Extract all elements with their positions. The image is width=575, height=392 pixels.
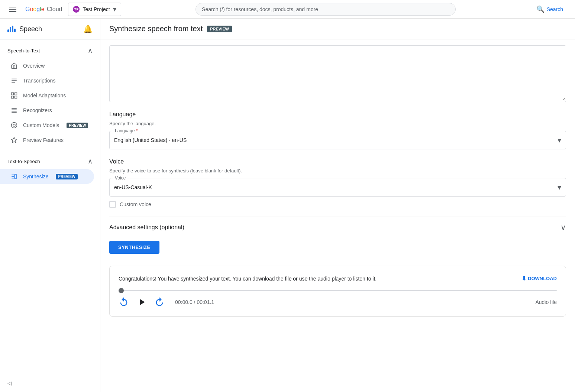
result-card: Congratulations! You have synthesized yo… [109,266,566,317]
language-select[interactable]: English (United States) - en-US ▾ [114,134,561,146]
play-button[interactable] [136,297,147,307]
sidebar-item-transcriptions[interactable]: Transcriptions [0,73,100,88]
content-header: Synthesize speech from text PREVIEW [100,19,575,39]
tts-section-chevron: ∧ [88,157,93,165]
language-dropdown-icon: ▾ [558,136,561,145]
model-adaptations-label: Model Adaptations [23,93,66,98]
rewind-button[interactable]: 5 [119,297,129,307]
language-section: Language Specify the language. Language … [109,111,566,149]
svg-rect-5 [12,96,14,98]
svg-rect-3 [12,93,14,95]
sidebar-app-title: Speech [19,25,42,33]
content-area: Synthesize speech from text PREVIEW Lang… [100,19,575,392]
download-link[interactable]: ⬇ DOWNLOAD [521,275,557,282]
transcriptions-icon [10,77,18,84]
sidebar-section-stt: Speech-to-Text ∧ Overview T [0,40,100,150]
voice-selected-value: en-US-Casual-K [114,184,152,190]
language-field[interactable]: Language * English (United States) - en-… [109,131,566,149]
svg-marker-13 [12,137,17,143]
page-title: Synthesize speech from text [109,25,203,33]
download-label: DOWNLOAD [528,276,557,281]
custom-voice-row: Custom voice [109,201,566,208]
voice-field[interactable]: Voice en-US-Casual-K ▾ [109,178,566,197]
custom-voice-checkbox[interactable] [109,201,116,208]
collapse-icon: ◁ [7,380,12,386]
search-icon: 🔍 [536,5,545,13]
main-layout: Speech 🔔 Speech-to-Text ∧ Overview [0,19,575,392]
required-marker: * [136,128,138,133]
search-button[interactable]: 🔍 Search [530,2,569,16]
sidebar-header: Speech 🔔 [0,19,100,40]
audio-scrubber[interactable] [119,290,557,291]
sidebar-item-custom-models[interactable]: Custom Models PREVIEW [0,118,100,133]
menu-icon[interactable] [6,4,19,15]
overview-label: Overview [23,63,45,69]
search-container[interactable] [196,3,456,16]
custom-voice-label: Custom voice [120,201,151,207]
logo-text: Google [25,6,45,13]
bell-icon[interactable]: 🔔 [83,25,93,33]
current-time: 00:00.0 [175,299,193,305]
sidebar: Speech 🔔 Speech-to-Text ∧ Overview [0,19,100,392]
sidebar-item-preview-features[interactable]: Preview Features [0,133,100,148]
total-time: 00:01.1 [197,299,214,305]
sidebar-item-recognizers[interactable]: Recognizers [0,103,100,118]
page-preview-tag: PREVIEW [207,26,232,32]
google-cloud-logo: Google Cloud [25,6,62,13]
sidebar-item-synthesize[interactable]: Synthesize PREVIEW [0,169,94,184]
sidebar-section-tts: Text-to-Speech ∧ Synthesize PREVIEW [0,150,100,187]
time-display: 00:00.0 / 00:01.1 [175,299,214,305]
svg-rect-4 [15,93,17,95]
preview-features-icon [10,136,18,144]
tts-section-title: Text-to-Speech [7,159,40,164]
advanced-settings-title: Advanced settings (optional) [109,224,184,231]
synthesize-label: Synthesize [23,174,48,179]
svg-rect-6 [15,96,17,98]
audio-player: 5 5 [119,290,557,307]
recognizers-icon [10,107,18,114]
sidebar-item-overview[interactable]: Overview [0,58,100,73]
synthesize-icon [10,173,18,180]
model-adaptations-icon [10,92,18,99]
search-input[interactable] [202,6,449,12]
language-section-title: Language [109,111,566,118]
project-selector[interactable]: TP Test Project ▾ [68,3,121,16]
custom-models-preview-badge: PREVIEW [67,123,88,128]
tts-section-header[interactable]: Text-to-Speech ∧ [0,153,100,169]
advanced-settings-section[interactable]: Advanced settings (optional) ∨ [109,217,566,238]
svg-point-11 [12,123,17,128]
project-dropdown-icon: ▾ [113,5,116,13]
synthesize-preview-badge: PREVIEW [56,174,77,179]
result-message: Congratulations! You have synthesized yo… [119,275,377,283]
text-input-area[interactable] [109,45,566,102]
audio-file-label: Audio file [535,299,557,305]
language-field-label: Language * [113,128,139,133]
player-controls: 5 5 [119,297,557,307]
sidebar-collapse-button[interactable]: ◁ [0,374,100,392]
voice-select[interactable]: en-US-Casual-K ▾ [114,181,561,193]
language-section-desc: Specify the language. [109,121,566,126]
synthesize-button[interactable]: SYNTHESIZE [109,241,159,254]
sidebar-item-model-adaptations[interactable]: Model Adaptations [0,88,100,103]
sidebar-title-group: Speech [7,25,42,33]
stt-section-title: Speech-to-Text [7,48,40,54]
topbar: Google Cloud TP Test Project ▾ 🔍 Search [0,0,575,19]
recognizers-label: Recognizers [23,107,52,113]
scrubber-thumb[interactable] [119,288,124,293]
voice-section-title: Voice [109,158,566,165]
stt-section-header[interactable]: Speech-to-Text ∧ [0,43,100,58]
forward-button[interactable]: 5 [154,297,165,307]
download-icon: ⬇ [521,275,526,282]
preview-features-label: Preview Features [23,137,64,143]
svg-rect-17 [15,174,17,179]
project-name: Test Project [83,6,110,12]
voice-section-desc: Specify the voice to use for synthesis (… [109,168,566,174]
voice-section: Voice Specify the voice to use for synth… [109,158,566,208]
custom-models-label: Custom Models [23,122,59,128]
text-input[interactable] [110,46,566,101]
result-message-row: Congratulations! You have synthesized yo… [119,275,557,283]
voice-dropdown-icon: ▾ [558,183,561,192]
content-body: Language Specify the language. Language … [100,45,575,325]
language-selected-value: English (United States) - en-US [114,137,187,143]
scrubber-track[interactable] [119,290,557,291]
